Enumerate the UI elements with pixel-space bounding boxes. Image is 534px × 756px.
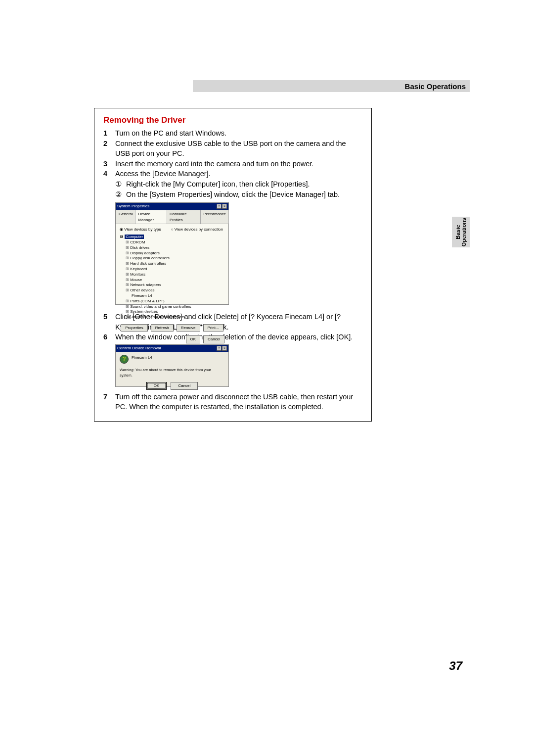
step-text: Turn off the camera power and disconnect… [115, 392, 362, 412]
substep-marker: ② [115, 189, 126, 200]
page-number: 37 [449, 659, 462, 673]
tree-item[interactable]: Disk drives [120, 245, 224, 251]
tree-item[interactable]: System devices [120, 309, 224, 315]
warning-text: Warning: You are about to remove this de… [116, 367, 228, 380]
step-number: 2 [103, 139, 115, 159]
tree-item[interactable]: Floppy disk controllers [120, 256, 224, 261]
step-text: Insert the memory card into the camera a… [115, 159, 362, 169]
help-icon[interactable]: ? [217, 204, 222, 209]
view-mode-radios: View devices by type View devices by con… [116, 224, 228, 235]
step-number: 1 [103, 128, 115, 139]
tree-item[interactable]: Universal Serial Bus controllers [120, 315, 224, 320]
tree-item-other-devices[interactable]: Other devices [120, 288, 224, 293]
step-7: 7 Turn off the camera power and disconne… [103, 392, 362, 412]
dialog-buttons: OK Cancel [116, 333, 228, 345]
window-title: Confirm Device Removal [117, 345, 161, 351]
system-properties-screenshot: System Properties ? × General Device Man… [115, 202, 229, 305]
cancel-button[interactable]: Cancel [203, 335, 224, 343]
tree-item[interactable]: Keyboard [120, 267, 224, 272]
section-header: Basic Operations [193, 80, 470, 92]
step-number: 4 [103, 169, 115, 179]
substep-4-2: ② On the [System Properties] window, cli… [115, 189, 362, 200]
substep-text: On the [System Properties] window, click… [126, 189, 362, 200]
device-buttons: Properties Refresh Remove Print... [116, 322, 228, 333]
tree-item[interactable]: Mouse [120, 278, 224, 283]
step-text: Connect the exclusive USB cable to the U… [115, 139, 362, 159]
tree-root[interactable]: 🖳 Computer [120, 235, 224, 240]
window-title: System Properties [117, 203, 149, 209]
tree-item-finecam[interactable]: Finecam L4 [120, 293, 224, 299]
tree-item[interactable]: Sound, video and game controllers [120, 304, 224, 310]
side-tab-line2: Operations [461, 218, 467, 246]
tree-item[interactable]: CDROM [120, 240, 224, 245]
print-button[interactable]: Print... [203, 324, 223, 331]
device-name: Finecam L4 [132, 355, 152, 360]
ok-button[interactable]: OK [186, 335, 201, 343]
step-text: Access the [Device Manager]. [115, 169, 362, 179]
help-icon[interactable]: ? [217, 346, 222, 351]
step-4: 4 Access the [Device Manager]. [103, 169, 362, 179]
dialog-buttons: OK Cancel [116, 380, 228, 391]
step-1: 1 Turn on the PC and start Windows. [103, 128, 362, 139]
tree-item[interactable]: Hard disk controllers [120, 261, 224, 267]
section-title: Basic Operations [405, 82, 466, 91]
tab-general[interactable]: General [116, 210, 135, 224]
step-number: 3 [103, 159, 115, 169]
tab-strip: General Device Manager Hardware Profiles… [116, 210, 228, 224]
side-tab-line1: Basic [455, 218, 461, 246]
step-number: 6 [103, 332, 115, 342]
device-tree[interactable]: 🖳 Computer CDROM Disk drives Display ada… [116, 235, 228, 322]
window-titlebar: System Properties ? × [116, 203, 228, 210]
cancel-button[interactable]: Cancel [171, 382, 198, 389]
tree-item[interactable]: Display adapters [120, 251, 224, 256]
close-icon[interactable]: × [222, 346, 227, 351]
step-text: Turn on the PC and start Windows. [115, 128, 362, 139]
window-titlebar: Confirm Device Removal ? × [116, 345, 228, 352]
confirm-removal-screenshot: Confirm Device Removal ? × ? Finecam L4 … [115, 344, 229, 387]
device-icon: ? [120, 355, 129, 364]
side-tab: Basic Operations [452, 217, 470, 247]
tab-performance[interactable]: Performance [200, 210, 229, 224]
tree-item[interactable]: Monitors [120, 272, 224, 278]
radio-by-connection[interactable]: View devices by connection [171, 227, 223, 232]
tab-hardware-profiles[interactable]: Hardware Profiles [167, 210, 201, 224]
tree-item[interactable]: Ports (COM & LPT) [120, 299, 224, 304]
remove-button[interactable]: Remove [177, 324, 200, 331]
substep-4-1: ① Right-click the [My Computer] icon, th… [115, 179, 362, 189]
tree-item[interactable]: Network adapters [120, 283, 224, 288]
radio-by-type[interactable]: View devices by type [120, 227, 161, 232]
content-heading: Removing the Driver [103, 114, 362, 126]
step-number: 7 [103, 392, 115, 412]
step-number: 5 [103, 312, 115, 332]
dialog-body: ? Finecam L4 [116, 352, 228, 367]
close-icon[interactable]: × [222, 204, 227, 209]
tab-device-manager[interactable]: Device Manager [135, 210, 167, 224]
properties-button[interactable]: Properties [121, 324, 147, 331]
step-3: 3 Insert the memory card into the camera… [103, 159, 362, 169]
refresh-button[interactable]: Refresh [151, 324, 174, 331]
substep-marker: ① [115, 179, 126, 189]
step-2: 2 Connect the exclusive USB cable to the… [103, 139, 362, 159]
content-frame: Removing the Driver 1 Turn on the PC and… [94, 108, 372, 422]
substep-text: Right-click the [My Computer] icon, then… [126, 179, 362, 189]
ok-button[interactable]: OK [146, 382, 167, 389]
